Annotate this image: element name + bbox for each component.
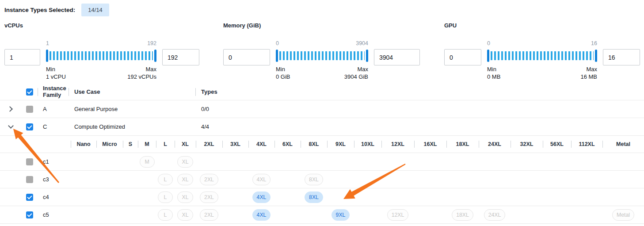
instance-checkbox-c5[interactable] [26, 211, 33, 218]
column-header-use-case: Use Case [69, 89, 195, 96]
gpu-min-detail: 0 MB [487, 73, 500, 80]
selected-count-bar: Instance Types Selected: 14/14 [4, 4, 109, 16]
size-col-micro: Micro [96, 141, 123, 147]
gpu-max-input[interactable] [603, 49, 640, 65]
gpu-min-input[interactable] [444, 49, 481, 65]
size-col-16xl: 16XL [414, 141, 446, 147]
size-col-s: S [123, 141, 138, 147]
family-use-case-c: Compute Optimized [69, 123, 195, 130]
expand-toggle-a[interactable] [7, 106, 14, 113]
instance-checkbox-c1[interactable] [26, 158, 33, 165]
size-chip-c4-l[interactable]: L [158, 192, 173, 203]
gpu-filter-title: GPU [444, 22, 640, 29]
family-name-a: A [38, 106, 69, 112]
size-chip-c3-xl[interactable]: XL [177, 174, 193, 185]
vcpus-slider-track [46, 50, 156, 62]
vcpus-max-detail: 192 vCPUs [127, 73, 156, 80]
vcpus-filter: vCPUs 1 192 Min 1 vCPU Max 192 vCPUs [4, 22, 199, 80]
size-col-32xl: 32XL [511, 141, 543, 147]
vcpus-max-caption: Max [127, 65, 156, 73]
size-chip-c4-xl[interactable]: XL [177, 192, 193, 203]
gpu-slider-max-handle[interactable] [595, 50, 597, 62]
size-col-nano: Nano [71, 141, 96, 147]
size-col-2xl: 2XL [196, 141, 222, 147]
slider-ticks [50, 51, 153, 60]
size-chip-c3-4xl[interactable]: 4XL [252, 174, 271, 185]
memory-max-detail: 3904 GiB [344, 73, 368, 80]
vcpus-min-input[interactable] [4, 49, 40, 65]
gpu-slider-min-handle[interactable] [487, 50, 489, 62]
instance-family-name-c5: c5 [38, 211, 69, 218]
size-chip-c5-9xl[interactable]: 9XL [332, 209, 350, 221]
vcpus-range-min-label: 1 [46, 40, 49, 47]
size-chip-c5-metal[interactable]: Metal [612, 209, 634, 221]
size-col-3xl: 3XL [222, 141, 248, 147]
memory-filter-title: Memory (GiB) [223, 22, 420, 29]
instance-table: Instance Family Use Case Types A General… [0, 84, 644, 224]
memory-range-slider: 0 3904 Min 0 GiB Max 3904 GiB [276, 40, 368, 80]
size-chip-c4-2xl[interactable]: 2XL [200, 192, 218, 203]
size-chip-c5-4xl[interactable]: 4XL [252, 209, 271, 221]
size-header-row: Nano Micro S M L XL 2XL 3XL 4XL 6XL 8XL … [0, 136, 644, 153]
size-chip-c5-l[interactable]: L [158, 209, 173, 221]
vcpus-range-slider: 1 192 Min 1 vCPU Max 192 vCPUs [46, 40, 156, 80]
family-name-c: C [38, 123, 69, 130]
gpu-min-caption: Min [487, 65, 500, 73]
family-row-c: C Compute Optimized 4/4 [0, 118, 644, 136]
memory-min-input[interactable] [223, 49, 270, 65]
size-chip-c5-xl[interactable]: XL [177, 209, 193, 221]
size-chip-c5-12xl[interactable]: 12XL [387, 209, 409, 221]
select-all-checkbox[interactable] [26, 88, 33, 96]
size-col-10xl: 10XL [354, 141, 381, 147]
size-chip-c1-m[interactable]: M [140, 156, 155, 168]
size-chip-c3-l[interactable]: L [158, 174, 173, 185]
selected-count-badge: 14/14 [81, 4, 109, 16]
vcpus-slider-max-handle[interactable] [154, 50, 156, 62]
memory-slider-min-handle[interactable] [276, 50, 278, 62]
memory-filter: Memory (GiB) 0 3904 Min 0 GiB Max 3904 G… [223, 22, 420, 80]
vcpus-min-caption: Min [46, 65, 66, 73]
vcpus-filter-title: vCPUs [4, 22, 199, 29]
size-chip-c4-8xl[interactable]: 8XL [305, 192, 323, 203]
size-col-8xl: 8XL [301, 141, 327, 147]
memory-min-detail: 0 GiB [276, 73, 290, 80]
family-checkbox-a[interactable] [26, 106, 33, 113]
size-col-56xl: 56XL [543, 141, 571, 147]
vcpus-max-input[interactable] [162, 49, 199, 65]
expand-toggle-c[interactable] [7, 123, 14, 130]
gpu-filter: GPU 0 16 Min 0 MB Max 16 MB [444, 22, 640, 80]
instance-checkbox-c3[interactable] [26, 176, 33, 183]
family-row-a: A General Purpose 0/0 [0, 100, 644, 118]
size-chip-c4-4xl[interactable]: 4XL [252, 192, 271, 203]
table-header-row: Instance Family Use Case Types [0, 84, 644, 100]
family-checkbox-c[interactable] [26, 123, 33, 130]
size-chip-c5-24xl[interactable]: 24XL [484, 209, 506, 221]
instance-row-c4: c4 L XL 2XL 4XL 8XL [0, 188, 644, 206]
size-chip-c3-8xl[interactable]: 8XL [305, 174, 323, 185]
vcpus-slider-min-handle[interactable] [46, 50, 48, 62]
memory-max-input[interactable] [374, 49, 420, 65]
memory-min-caption: Min [276, 65, 290, 73]
size-chip-c1-xl[interactable]: XL [177, 156, 193, 168]
column-header-instance-family: Instance Family [38, 85, 69, 99]
memory-range-max-label: 3904 [356, 40, 368, 47]
slider-ticks [279, 51, 365, 60]
instance-row-c3: c3 L XL 2XL 4XL 8XL [0, 171, 644, 188]
instance-checkbox-c4[interactable] [26, 194, 33, 201]
size-chip-c5-18xl[interactable]: 18XL [452, 209, 473, 221]
size-chip-c3-2xl[interactable]: 2XL [200, 174, 218, 185]
size-chip-c5-2xl[interactable]: 2XL [200, 209, 218, 221]
memory-slider-max-handle[interactable] [366, 50, 368, 62]
instance-family-name-c1: c1 [38, 158, 69, 165]
memory-range-min-label: 0 [276, 40, 279, 47]
gpu-range-min-label: 0 [487, 40, 490, 47]
family-use-case-a: General Purpose [69, 106, 195, 112]
size-col-4xl: 4XL [248, 141, 274, 147]
size-col-24xl: 24XL [479, 141, 511, 147]
vcpus-min-detail: 1 vCPU [46, 73, 66, 80]
size-col-9xl: 9XL [327, 141, 354, 147]
gpu-max-detail: 16 MB [580, 73, 597, 80]
size-col-12xl: 12XL [381, 141, 414, 147]
instance-family-name-c4: c4 [38, 194, 69, 200]
chevron-right-icon [7, 106, 13, 112]
